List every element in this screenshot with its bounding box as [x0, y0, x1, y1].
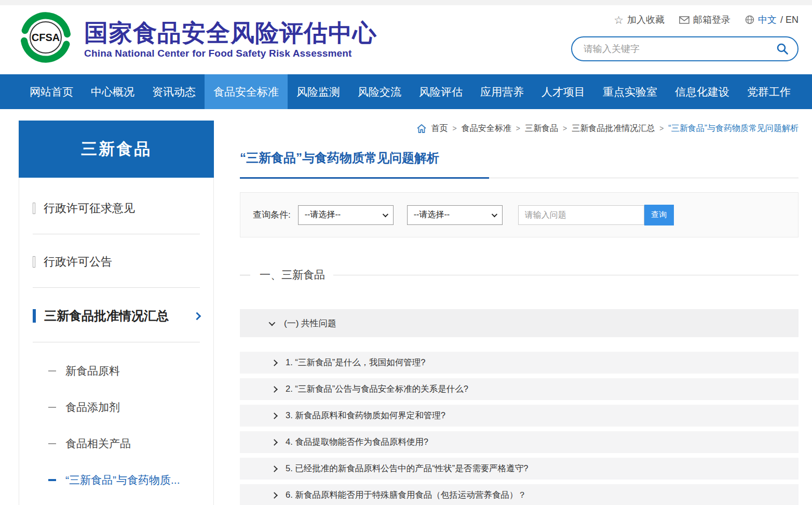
item-marker: [33, 256, 35, 268]
home-icon[interactable]: [416, 124, 427, 134]
sidebar-item-label: 行政许可公告: [44, 254, 112, 270]
question-row-5[interactable]: 5. 已经批准的新食品原料公告中的产品“性状”是否需要严格遵守?: [240, 458, 799, 480]
question-row-2[interactable]: 2. “三新食品”公告与食品安全标准的关系是什么?: [240, 378, 799, 400]
mail-login-link[interactable]: 邮箱登录: [679, 14, 730, 26]
brand-block: 国家食品安全风险评估中心 China National Center for F…: [84, 16, 377, 59]
query-select-1-value: --请选择--: [305, 209, 341, 220]
query-select-2[interactable]: --请选择--: [407, 205, 503, 225]
sidebar-submenu: 新食品原料食品添加剂食品相关产品“三新食品”与食药物质...: [19, 342, 213, 500]
nav-item-10[interactable]: 重点实验室: [594, 74, 666, 109]
site-search: [571, 36, 799, 61]
breadcrumb: 首页>食品安全标准>三新食品>三新食品批准情况汇总>“三新食品”与食药物质常见问…: [240, 121, 799, 136]
mail-login-label: 邮箱登录: [693, 14, 730, 26]
sidebar-item-3[interactable]: 三新食品批准情况汇总: [33, 288, 200, 342]
query-select-2-value: --请选择--: [414, 209, 450, 220]
nav-item-8[interactable]: 应用营养: [471, 74, 533, 109]
breadcrumb-item-3[interactable]: 三新食品: [525, 123, 558, 134]
question-row-1[interactable]: 1. “三新食品”是什么，我国如何管理?: [240, 352, 799, 374]
header-utilities: ☆ 加入收藏 邮箱登录: [571, 11, 799, 61]
globe-icon: [745, 15, 754, 24]
site-title: 国家食品安全风险评估中心: [84, 20, 377, 46]
sidebar-title: 三新食品: [19, 121, 214, 178]
rule-right: [333, 275, 799, 275]
sidebar-subitem-4[interactable]: “三新食品”与食药物质...: [48, 462, 213, 498]
sidebar-item-label: 三新食品批准情况汇总: [44, 308, 169, 324]
question-list: 1. “三新食品”是什么，我国如何管理?2. “三新食品”公告与食品安全标准的关…: [240, 352, 799, 505]
sidebar-subitem-3[interactable]: 食品相关产品: [48, 426, 213, 462]
star-icon: ☆: [614, 15, 624, 25]
search-icon[interactable]: [776, 42, 789, 56]
language-switch[interactable]: 中文 / EN: [745, 14, 799, 26]
chevron-right-icon: [271, 466, 278, 472]
question-text: 4. 食品提取物能否作为食品原料使用?: [286, 436, 428, 448]
sidebar-subitem-label: “三新食品”与食药物质...: [65, 473, 180, 487]
sidebar-subitem-label: 食品相关产品: [65, 436, 131, 451]
question-text: 3. 新食品原料和食药物质如何界定和管理?: [286, 410, 445, 421]
svg-text:CFSA: CFSA: [32, 32, 60, 43]
dash-marker: [48, 370, 56, 371]
sidebar-item-1[interactable]: 行政许可征求意见: [33, 181, 200, 234]
question-text: 5. 已经批准的新食品原料公告中的产品“性状”是否需要严格遵守?: [286, 463, 529, 474]
lang-en-link[interactable]: / EN: [780, 15, 799, 25]
breadcrumb-item-1[interactable]: 首页: [431, 123, 448, 134]
chevron-down-icon: [269, 319, 276, 326]
nav-item-6[interactable]: 风险交流: [349, 74, 410, 109]
cfsa-logo-icon: CFSA: [19, 10, 73, 64]
site-logo[interactable]: CFSA 国家食品安全风险评估中心 China National Center …: [19, 10, 377, 64]
sidebar-subitem-1[interactable]: 新食品原料: [48, 353, 213, 389]
question-text: 1. “三新食品”是什么，我国如何管理?: [286, 357, 426, 368]
page: CFSA 国家食品安全风险评估中心 China National Center …: [0, 0, 812, 505]
sidebar-item-2[interactable]: 行政许可公告: [33, 234, 200, 288]
chevron-right-icon: [271, 413, 278, 419]
dash-marker: [48, 443, 56, 444]
query-select-1[interactable]: --请选择--: [298, 205, 394, 225]
section-heading: 一、三新食品: [240, 268, 799, 282]
chevron-down-icon: [382, 211, 388, 217]
chevron-down-icon: [491, 211, 497, 217]
add-favorite-label: 加入收藏: [627, 14, 665, 26]
content-layout: 三新食品 行政许可征求意见行政许可公告三新食品批准情况汇总新食品原料食品添加剂食…: [0, 109, 812, 505]
query-button[interactable]: 查询: [644, 205, 674, 225]
main-content: 首页>食品安全标准>三新食品>三新食品批准情况汇总>“三新食品”与食药物质常见问…: [240, 121, 799, 505]
rule-left: [240, 275, 250, 275]
nav-item-3[interactable]: 资讯动态: [143, 74, 205, 109]
nav-item-12[interactable]: 党群工作: [738, 74, 800, 109]
envelope-icon: [679, 16, 689, 24]
item-marker: [33, 309, 36, 323]
chevron-right-icon: [271, 492, 278, 499]
question-input[interactable]: [518, 205, 644, 225]
section-title: 一、三新食品: [260, 268, 325, 282]
item-marker: [33, 203, 35, 214]
lang-zh-link[interactable]: 中文: [758, 14, 777, 26]
sidebar-subitem-2[interactable]: 食品添加剂: [48, 389, 213, 426]
add-favorite-link[interactable]: ☆ 加入收藏: [614, 14, 665, 26]
question-row-4[interactable]: 4. 食品提取物能否作为食品原料使用?: [240, 431, 799, 453]
breadcrumb-item-4[interactable]: 三新食品批准情况汇总: [572, 123, 655, 134]
sidebar-item-label: 行政许可征求意见: [44, 201, 135, 216]
nav-item-11[interactable]: 信息化建设: [666, 74, 738, 109]
query-panel: 查询条件: --请选择-- --请选择-- 查询: [240, 192, 799, 237]
utility-links: ☆ 加入收藏 邮箱登录: [571, 11, 799, 28]
breadcrumb-separator: >: [516, 124, 520, 132]
accordion-group-header[interactable]: (一) 共性问题: [240, 309, 799, 337]
breadcrumb-item-5[interactable]: “三新食品”与食药物质常见问题解析: [668, 123, 799, 134]
question-row-3[interactable]: 3. 新食品原料和食药物质如何界定和管理?: [240, 405, 799, 427]
question-text: 6. 新食品原料能否用于特殊膳食用食品（包括运动营养食品）？: [286, 489, 526, 501]
chevron-right-icon: [193, 312, 201, 320]
question-row-6[interactable]: 6. 新食品原料能否用于特殊膳食用食品（包括运动营养食品）？: [240, 484, 799, 505]
sidebar-subitem-label: 食品添加剂: [65, 400, 120, 415]
nav-item-1[interactable]: 网站首页: [21, 74, 82, 109]
breadcrumb-separator: >: [563, 124, 567, 132]
nav-item-4[interactable]: 食品安全标准: [205, 74, 288, 109]
breadcrumb-item-2[interactable]: 食品安全标准: [462, 123, 511, 134]
sidebar: 三新食品 行政许可征求意见行政许可公告三新食品批准情况汇总新食品原料食品添加剂食…: [19, 121, 214, 505]
query-label: 查询条件:: [253, 209, 291, 221]
nav-item-9[interactable]: 人才项目: [533, 74, 594, 109]
sidebar-subitem-label: 新食品原料: [65, 364, 120, 378]
chevron-right-icon: [271, 360, 278, 366]
nav-item-2[interactable]: 中心概况: [82, 74, 143, 109]
nav-item-5[interactable]: 风险监测: [288, 74, 349, 109]
search-input[interactable]: [584, 44, 776, 55]
dash-marker: [48, 479, 56, 481]
nav-item-7[interactable]: 风险评估: [410, 74, 471, 109]
